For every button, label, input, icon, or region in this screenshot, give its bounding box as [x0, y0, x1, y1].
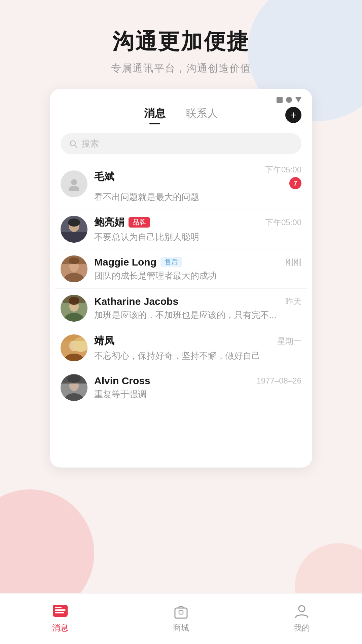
topbar-triangle-icon [295, 97, 301, 103]
message-preview: 看不出问题就是最大的问题 [94, 191, 301, 203]
message-time: 星期一 [277, 336, 301, 347]
hero-section: 沟通更加便捷 专属通讯平台，沟通创造价值 [0, 0, 362, 89]
tab-contacts[interactable]: 联系人 [186, 106, 218, 124]
hero-title: 沟通更加便捷 [0, 27, 362, 56]
avatar [61, 216, 87, 243]
list-item[interactable]: Maggie Long 售后 刚刚 团队的成长是管理者最大的成功 [55, 249, 307, 289]
contact-tag: 售后 [160, 257, 182, 267]
message-list: 毛斌 下午05:00 7 看不出问题就是最大的问题 [50, 158, 312, 407]
search-bar[interactable]: 搜索 [61, 133, 301, 154]
message-preview: 加班是应该的，不加班也是应该的，只有完不... [94, 309, 301, 321]
shop-tab-icon [171, 603, 191, 620]
contact-name: 鲍亮娟 [94, 215, 124, 229]
contact-name: 靖凤 [94, 334, 114, 348]
list-item[interactable]: Alvin Cross 1977–08–26 重复等于强调 [55, 368, 307, 407]
svg-point-2 [71, 179, 77, 185]
contact-name: Maggie Long [94, 256, 156, 268]
contact-tag: 品牌 [129, 217, 150, 228]
mine-tab-icon [292, 603, 312, 620]
search-icon [69, 139, 78, 149]
message-meta: 昨天 [285, 296, 301, 307]
message-preview: 不忘初心，保持好奇，坚持不懈，做好自己 [94, 350, 301, 362]
bottom-tabbar: 消息 商城 我的 [0, 593, 362, 644]
message-meta: 刚刚 [285, 257, 301, 268]
svg-rect-34 [55, 607, 62, 608]
message-time: 下午05:00 [265, 217, 301, 228]
svg-rect-35 [55, 609, 66, 611]
message-content: 鲍亮娟 品牌 下午05:00 不要总认为自己比别人聪明 [94, 215, 301, 243]
tab-bar: 消息 联系人 + [50, 103, 312, 124]
avatar [61, 295, 87, 322]
message-content: 毛斌 下午05:00 7 看不出问题就是最大的问题 [94, 164, 301, 203]
message-meta: 星期一 [277, 336, 301, 347]
list-item[interactable]: 毛斌 下午05:00 7 看不出问题就是最大的问题 [55, 158, 307, 209]
list-item[interactable]: 鲍亮娟 品牌 下午05:00 不要总认为自己比别人聪明 [55, 209, 307, 249]
avatar [61, 374, 87, 401]
svg-line-1 [75, 145, 77, 147]
search-placeholder: 搜索 [81, 138, 99, 150]
message-time: 昨天 [285, 296, 301, 307]
tab-messages[interactable]: 消息 [144, 106, 166, 124]
message-content: 靖凤 星期一 不忘初心，保持好奇，坚持不懈，做好自己 [94, 334, 301, 362]
contact-name: Katharine Jacobs [94, 296, 178, 307]
avatar [61, 255, 87, 282]
svg-rect-20 [63, 295, 85, 303]
unread-badge: 7 [289, 177, 301, 189]
svg-point-32 [67, 375, 81, 383]
message-preview: 团队的成长是管理者最大的成功 [94, 270, 301, 282]
list-item[interactable]: Katharine Jacobs 昨天 加班是应该的，不加班也是应该的，只有完不… [55, 289, 307, 328]
message-preview: 重复等于强调 [94, 389, 301, 400]
topbar-square-icon [277, 97, 283, 103]
message-preview: 不要总认为自己比别人聪明 [94, 231, 301, 243]
svg-point-39 [299, 606, 305, 612]
message-content: Maggie Long 售后 刚刚 团队的成长是管理者最大的成功 [94, 256, 301, 282]
svg-rect-36 [55, 612, 64, 613]
svg-rect-37 [175, 608, 187, 618]
message-content: Alvin Cross 1977–08–26 重复等于强调 [94, 375, 301, 400]
svg-rect-38 [179, 611, 183, 614]
message-meta: 1977–08–26 [257, 376, 301, 386]
topbar-dot-icon [286, 97, 292, 103]
message-content: Katharine Jacobs 昨天 加班是应该的，不加班也是应该的，只有完不… [94, 296, 301, 321]
contact-name: Alvin Cross [94, 375, 150, 387]
avatar [61, 334, 87, 361]
bottom-tab-shop[interactable]: 商城 [171, 603, 191, 633]
svg-point-8 [68, 218, 80, 227]
card-topbar [50, 89, 312, 103]
mine-tab-label: 我的 [294, 622, 310, 633]
contact-name: 毛斌 [94, 170, 114, 184]
bottom-tab-messages[interactable]: 消息 [50, 603, 70, 633]
avatar [61, 170, 87, 197]
messages-tab-icon [50, 603, 70, 620]
svg-point-3 [69, 186, 79, 191]
bottom-tab-mine[interactable]: 我的 [292, 603, 312, 633]
svg-rect-26 [61, 334, 87, 341]
svg-rect-7 [61, 232, 87, 243]
messages-tab-label: 消息 [52, 622, 68, 633]
message-time: 刚刚 [285, 257, 301, 268]
message-meta: 下午05:00 7 [265, 164, 301, 189]
message-time: 1977–08–26 [257, 376, 301, 386]
app-card: 消息 联系人 + 搜索 毛斌 [50, 89, 312, 468]
add-icon: + [290, 110, 297, 120]
hero-subtitle: 专属通讯平台，沟通创造价值 [0, 62, 362, 75]
shop-tab-label: 商城 [173, 622, 189, 633]
message-meta: 下午05:00 [265, 217, 301, 228]
message-time: 下午05:00 [265, 164, 301, 175]
svg-rect-14 [61, 255, 87, 264]
add-button[interactable]: + [285, 107, 301, 123]
list-item[interactable]: 靖凤 星期一 不忘初心，保持好奇，坚持不懈，做好自己 [55, 328, 307, 368]
